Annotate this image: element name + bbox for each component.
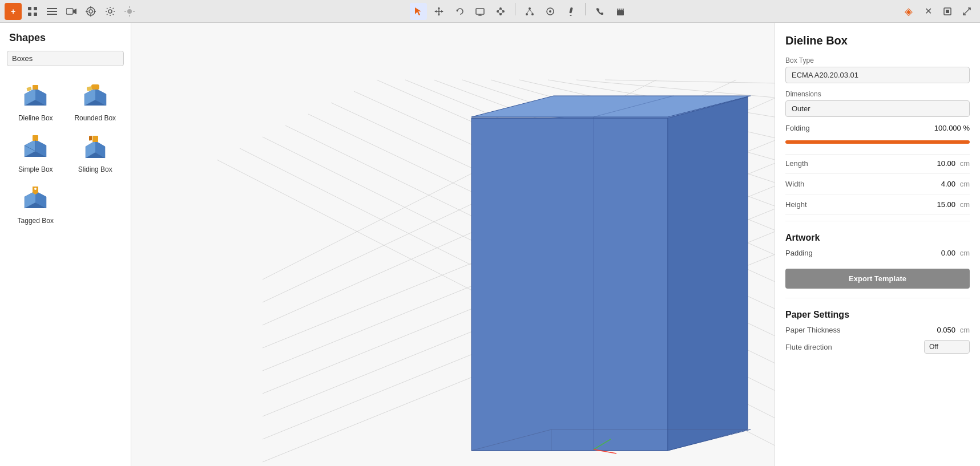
- menu-icon[interactable]: [43, 3, 61, 20]
- svg-rect-63: [27, 87, 32, 91]
- paper-thickness-value: 0.050 cm: [937, 326, 970, 334]
- phone-tool[interactable]: [591, 3, 608, 20]
- width-value: 4.00 cm: [941, 180, 970, 188]
- circle-tool[interactable]: [542, 3, 559, 20]
- minimize-icon[interactable]: [939, 3, 956, 20]
- svg-rect-47: [569, 7, 572, 13]
- artwork-title: Artwork: [785, 233, 970, 243]
- length-label: Length: [785, 159, 808, 168]
- svg-point-88: [34, 188, 37, 190]
- svg-rect-82: [89, 136, 92, 140]
- toolbar-right: ◈ ✕: [900, 3, 975, 20]
- 3d-viewport[interactable]: [131, 23, 775, 466]
- undo-tool[interactable]: [451, 3, 468, 20]
- shape-item-rounded-box[interactable]: Rounded Box: [67, 78, 124, 127]
- sidebar-title: Shapes: [0, 23, 131, 48]
- shapes-category-wrap: Boxes Bags Tubes: [0, 48, 131, 73]
- video-icon[interactable]: [63, 3, 80, 20]
- sliding-box-label: Sliding Box: [78, 165, 112, 173]
- pen-tool[interactable]: [562, 3, 579, 20]
- svg-marker-24: [438, 7, 440, 9]
- shape-item-tagged-box[interactable]: Tagged Box: [7, 180, 64, 229]
- tagged-box-icon: [18, 185, 53, 214]
- panel-title: Dieline Box: [785, 34, 970, 47]
- svg-marker-116: [668, 97, 748, 451]
- folding-slider[interactable]: [785, 140, 970, 144]
- svg-point-40: [529, 7, 531, 10]
- width-row: Width 4.00 cm: [785, 180, 970, 194]
- svg-line-44: [530, 10, 533, 13]
- svg-line-36: [498, 9, 501, 11]
- paper-thickness-row: Paper Thickness 0.050 cm: [785, 326, 970, 334]
- box-3d-icon[interactable]: ◈: [900, 3, 917, 20]
- svg-rect-0: [28, 7, 31, 10]
- shape-item-sliding-box[interactable]: Sliding Box: [67, 129, 124, 178]
- move-tool[interactable]: [430, 3, 447, 20]
- svg-rect-62: [33, 85, 38, 90]
- folding-row: Folding 100.000 %: [785, 124, 970, 132]
- folding-label: Folding: [785, 124, 810, 132]
- tree-tool[interactable]: [521, 3, 538, 20]
- svg-rect-55: [946, 10, 949, 13]
- svg-point-15: [108, 10, 112, 13]
- svg-marker-26: [434, 10, 437, 13]
- screen-tool[interactable]: [471, 3, 489, 20]
- expand-icon[interactable]: [958, 3, 975, 20]
- grid-icon[interactable]: [24, 3, 41, 20]
- dieline-box-icon: [18, 82, 53, 112]
- box-type-label: Box Type: [785, 56, 970, 64]
- svg-line-43: [527, 10, 530, 13]
- svg-point-42: [531, 13, 534, 15]
- tagged-box-label: Tagged Box: [18, 217, 54, 225]
- grid-background: [131, 23, 775, 466]
- svg-rect-7: [66, 9, 73, 14]
- shape-item-dieline-box[interactable]: Dieline Box: [7, 78, 64, 127]
- flute-direction-dropdown[interactable]: Off Horizontal Vertical: [924, 340, 970, 354]
- dieline-box-label: Dieline Box: [18, 114, 53, 122]
- export-template-button[interactable]: Export Template: [785, 269, 970, 289]
- add-icon[interactable]: +: [5, 3, 22, 20]
- svg-line-57: [967, 8, 970, 11]
- svg-point-9: [87, 7, 95, 15]
- dimensions-label: Dimensions: [785, 90, 970, 98]
- rounded-box-icon: [78, 82, 112, 112]
- flute-direction-row: Flute direction Off Horizontal Vertical: [785, 340, 970, 354]
- toolbar-sep2: [585, 3, 586, 15]
- toolbar-center: [140, 3, 898, 20]
- simple-box-label: Simple Box: [18, 165, 53, 173]
- paper-thickness-label: Paper Thickness: [785, 326, 841, 334]
- box-type-dropdown[interactable]: ECMA A20.20.03.01: [785, 67, 970, 83]
- toolbar: +: [0, 0, 980, 23]
- nodes-tool[interactable]: [492, 3, 509, 20]
- svg-marker-21: [415, 7, 421, 15]
- rounded-box-label: Rounded Box: [74, 114, 116, 122]
- svg-marker-115: [471, 118, 668, 451]
- shapes-category-dropdown[interactable]: Boxes Bags Tubes: [7, 51, 124, 66]
- divider-1: [785, 154, 970, 155]
- svg-marker-27: [441, 10, 443, 13]
- padding-value: 0.00 cm: [941, 249, 970, 257]
- close-app-icon[interactable]: ✕: [919, 3, 937, 20]
- svg-point-10: [89, 10, 92, 13]
- svg-point-16: [127, 9, 132, 14]
- divider-3: [785, 298, 970, 298]
- svg-line-38: [501, 11, 503, 14]
- length-row: Length 10.00 cm: [785, 159, 970, 174]
- clapper-tool[interactable]: [612, 3, 629, 20]
- svg-rect-49: [617, 10, 624, 15]
- svg-line-39: [498, 11, 501, 14]
- height-value: 15.00 cm: [937, 200, 970, 209]
- settings-icon[interactable]: [102, 3, 119, 20]
- sidebar: Shapes Boxes Bags Tubes: [0, 23, 131, 466]
- dimensions-dropdown[interactable]: Outer Inner: [785, 100, 970, 117]
- sun-icon[interactable]: [121, 3, 138, 20]
- target-icon[interactable]: [82, 3, 99, 20]
- cursor-tool[interactable]: [410, 3, 427, 20]
- svg-marker-25: [438, 14, 440, 16]
- svg-rect-2: [28, 13, 31, 16]
- svg-marker-48: [570, 15, 572, 16]
- shape-item-simple-box[interactable]: Simple Box: [7, 129, 64, 178]
- folding-slider-wrap: [785, 136, 970, 146]
- flute-direction-label: Flute direction: [785, 343, 832, 351]
- svg-rect-81: [92, 136, 98, 142]
